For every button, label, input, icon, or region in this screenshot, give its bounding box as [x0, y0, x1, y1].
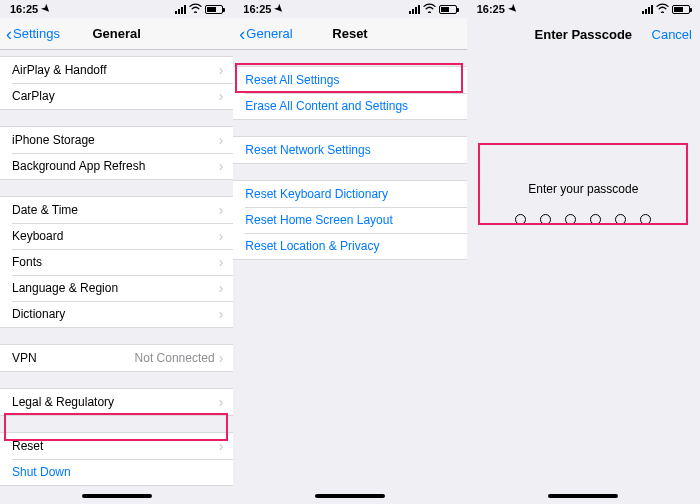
chevron-right-icon: ›: [219, 63, 224, 77]
back-button[interactable]: ‹ General: [239, 25, 292, 43]
settings-row[interactable]: iPhone Storage›: [0, 127, 233, 153]
battery-icon: [205, 5, 223, 14]
chevron-right-icon: ›: [219, 133, 224, 147]
settings-row[interactable]: Keyboard›: [0, 223, 233, 249]
row-label: Reset Location & Privacy: [245, 239, 456, 253]
settings-row[interactable]: Reset Location & Privacy: [233, 233, 466, 259]
chevron-right-icon: ›: [219, 307, 224, 321]
row-label: Legal & Regulatory: [12, 395, 219, 409]
settings-group: Legal & Regulatory›: [0, 388, 233, 416]
chevron-left-icon: ‹: [239, 25, 245, 43]
settings-row[interactable]: AirPlay & Handoff›: [0, 57, 233, 83]
chevron-right-icon: ›: [219, 395, 224, 409]
cell-signal-icon: [642, 5, 653, 14]
cancel-button[interactable]: Cancel: [652, 27, 692, 42]
battery-icon: [672, 5, 690, 14]
settings-group: Reset All SettingsErase All Content and …: [233, 66, 466, 120]
settings-row[interactable]: Fonts›: [0, 249, 233, 275]
settings-row[interactable]: Language & Region›: [0, 275, 233, 301]
home-indicator[interactable]: [315, 494, 385, 498]
settings-row[interactable]: Erase All Content and Settings: [233, 93, 466, 119]
row-label: iPhone Storage: [12, 133, 219, 147]
wifi-icon: [189, 3, 202, 15]
chevron-right-icon: ›: [219, 89, 224, 103]
home-indicator[interactable]: [548, 494, 618, 498]
passcode-dots[interactable]: [491, 214, 676, 225]
row-label: Reset Network Settings: [245, 143, 456, 157]
status-bar: 16:25 ➤: [467, 0, 700, 18]
chevron-right-icon: ›: [219, 229, 224, 243]
row-label: Reset Keyboard Dictionary: [245, 187, 456, 201]
general-list: AirPlay & Handoff›CarPlay›iPhone Storage…: [0, 50, 233, 504]
settings-row[interactable]: Background App Refresh›: [0, 153, 233, 179]
chevron-left-icon: ‹: [6, 25, 12, 43]
row-label: Language & Region: [12, 281, 219, 295]
row-label: Fonts: [12, 255, 219, 269]
wifi-icon: [656, 3, 669, 15]
row-label: VPN: [12, 351, 135, 365]
status-bar: 16:25 ➤: [233, 0, 466, 18]
row-label: Reset All Settings: [245, 73, 456, 87]
passcode-dot: [515, 214, 526, 225]
nav-title: General: [92, 26, 140, 41]
row-label: Keyboard: [12, 229, 219, 243]
settings-group: Reset›Shut Down: [0, 432, 233, 486]
reset-list: Reset All SettingsErase All Content and …: [233, 50, 466, 504]
settings-group: iPhone Storage›Background App Refresh›: [0, 126, 233, 180]
screen-general: 16:25 ➤ ‹ Settings General AirPlay & Han…: [0, 0, 233, 504]
row-label: AirPlay & Handoff: [12, 63, 219, 77]
back-label: Settings: [13, 26, 60, 41]
row-label: CarPlay: [12, 89, 219, 103]
row-label: Background App Refresh: [12, 159, 219, 173]
passcode-prompt: Enter your passcode: [491, 182, 676, 196]
chevron-right-icon: ›: [219, 159, 224, 173]
nav-bar: Enter Passcode Cancel: [467, 18, 700, 50]
settings-row[interactable]: Dictionary›: [0, 301, 233, 327]
passcode-dot: [540, 214, 551, 225]
row-label: Shut Down: [12, 465, 223, 479]
screen-reset: 16:25 ➤ ‹ General Reset Reset All Settin…: [233, 0, 466, 504]
settings-row[interactable]: VPNNot Connected›: [0, 345, 233, 371]
passcode-dot: [640, 214, 651, 225]
back-label: General: [246, 26, 292, 41]
settings-row[interactable]: Reset Keyboard Dictionary: [233, 181, 466, 207]
settings-row[interactable]: Legal & Regulatory›: [0, 389, 233, 415]
settings-group: AirPlay & Handoff›CarPlay›: [0, 56, 233, 110]
settings-row[interactable]: Reset Home Screen Layout: [233, 207, 466, 233]
nav-bar: ‹ Settings General: [0, 18, 233, 50]
passcode-content: Enter your passcode: [467, 50, 700, 504]
row-label: Reset: [12, 439, 219, 453]
settings-row[interactable]: Shut Down: [0, 459, 233, 485]
row-label: Dictionary: [12, 307, 219, 321]
location-icon: ➤: [506, 3, 519, 16]
wifi-icon: [423, 3, 436, 15]
nav-title: Enter Passcode: [535, 27, 633, 42]
battery-icon: [439, 5, 457, 14]
status-time: 16:25: [10, 3, 38, 15]
nav-bar: ‹ General Reset: [233, 18, 466, 50]
settings-row[interactable]: Date & Time›: [0, 197, 233, 223]
chevron-right-icon: ›: [219, 281, 224, 295]
row-detail: Not Connected: [135, 351, 215, 365]
cell-signal-icon: [409, 5, 420, 14]
passcode-dot: [565, 214, 576, 225]
settings-group: VPNNot Connected›: [0, 344, 233, 372]
chevron-right-icon: ›: [219, 203, 224, 217]
row-label: Date & Time: [12, 203, 219, 217]
passcode-panel: Enter your passcode: [481, 160, 686, 253]
row-label: Erase All Content and Settings: [245, 99, 456, 113]
settings-row[interactable]: Reset›: [0, 433, 233, 459]
back-button[interactable]: ‹ Settings: [6, 25, 60, 43]
settings-row[interactable]: CarPlay›: [0, 83, 233, 109]
nav-title: Reset: [332, 26, 367, 41]
chevron-right-icon: ›: [219, 351, 224, 365]
settings-row[interactable]: Reset All Settings: [233, 67, 466, 93]
settings-group: Reset Network Settings: [233, 136, 466, 164]
status-time: 16:25: [477, 3, 505, 15]
settings-group: Date & Time›Keyboard›Fonts›Language & Re…: [0, 196, 233, 328]
location-icon: ➤: [273, 3, 286, 16]
settings-group: Reset Keyboard DictionaryReset Home Scre…: [233, 180, 466, 260]
home-indicator[interactable]: [82, 494, 152, 498]
settings-row[interactable]: Reset Network Settings: [233, 137, 466, 163]
status-time: 16:25: [243, 3, 271, 15]
